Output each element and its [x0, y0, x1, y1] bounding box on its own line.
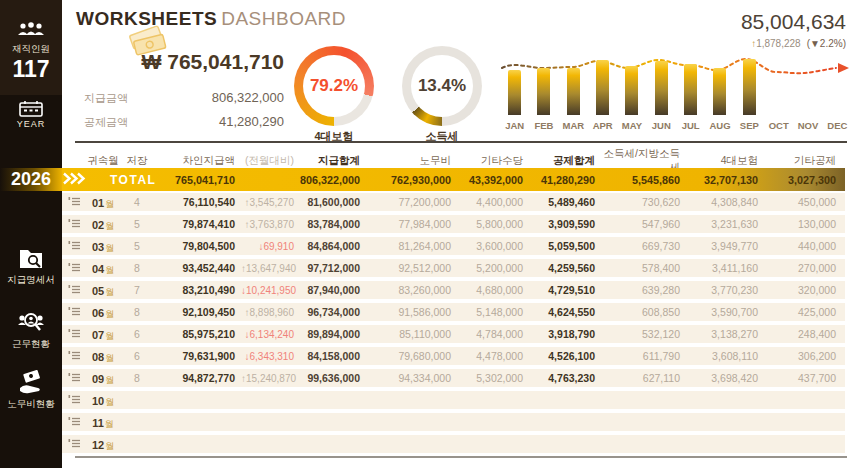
cell-labor: 85,110,000 — [366, 328, 457, 340]
month-label: JAN — [500, 120, 529, 131]
cell-delta: ↑8,898,960 — [241, 307, 300, 318]
gauge-ring: 79.2% — [294, 46, 374, 126]
table-row[interactable]: 12월 — [62, 435, 845, 453]
cell-delta: ↑3,545,270 — [241, 197, 300, 208]
year-selector[interactable]: 2026 — [0, 168, 62, 191]
bar-sep[interactable] — [743, 59, 756, 115]
table-row[interactable]: 10월 — [62, 391, 845, 409]
sidebar-item-labor-cost[interactable]: 노무비현황 — [0, 370, 62, 411]
cell-deduction: 5,489,460 — [529, 196, 601, 208]
cell-insurance: 3,411,160 — [686, 262, 764, 274]
cell-net: 85,975,210 — [154, 328, 241, 340]
row-menu-icon[interactable] — [68, 328, 81, 339]
employee-count-label: 재직인원 — [0, 43, 62, 56]
row-menu-icon[interactable] — [68, 240, 81, 251]
table-row[interactable]: 07월 6 85,975,210 ↓6,134,240 89,894,000 8… — [62, 325, 845, 343]
row-menu-icon[interactable] — [68, 416, 81, 427]
cell-save-count: 8 — [120, 262, 154, 274]
cell-etc-pay: 3,600,000 — [457, 240, 529, 252]
table-row[interactable]: 09월 8 94,872,770 ↑15,240,870 99,636,000 … — [62, 369, 845, 387]
cell-save-count: 8 — [120, 372, 154, 384]
cell-etc-pay: 5,148,000 — [457, 306, 529, 318]
col-header-insurance: 4대보험 — [686, 154, 764, 168]
table-row[interactable]: 01월 4 76,110,540 ↑3,545,270 81,600,000 7… — [62, 193, 845, 211]
cell-etc-deduction: 248,400 — [764, 328, 842, 340]
cell-etc-pay: 5,302,000 — [457, 372, 529, 384]
cell-delta: ↑13,647,940 — [241, 263, 300, 274]
bar-jan[interactable] — [508, 70, 521, 115]
cell-deduction: 3,918,790 — [529, 328, 601, 340]
folder-search-icon — [17, 246, 45, 272]
bar-mar[interactable] — [567, 68, 580, 115]
month-label: MAY — [617, 120, 646, 131]
deduction-amount-row: 공제금액 41,280,290 — [84, 114, 284, 130]
table-row[interactable]: 05월 7 83,210,490 ↓10,241,950 87,940,000 … — [62, 281, 845, 299]
bar-apr[interactable] — [596, 60, 609, 115]
total-pay: 806,322,000 — [300, 174, 366, 186]
table-row[interactable]: 03월 5 79,804,500 ↓69,910 84,864,000 81,2… — [62, 237, 845, 255]
bar-slot — [684, 64, 697, 115]
bar-feb[interactable] — [537, 68, 550, 115]
bar-slot — [625, 66, 638, 115]
bar-slot — [743, 59, 756, 115]
cell-deduction: 4,729,510 — [529, 284, 601, 296]
table-row[interactable]: 11월 — [62, 413, 845, 431]
row-menu-icon[interactable] — [68, 350, 81, 361]
pay-amount-value: 806,322,000 — [212, 90, 284, 105]
employee-count-widget: 재직인원 117 — [0, 22, 62, 82]
year-value: 2026 — [11, 169, 51, 190]
table-top-border — [75, 141, 847, 143]
row-menu-icon[interactable] — [68, 306, 81, 317]
cell-month: 02월 — [86, 215, 120, 233]
cell-net: 93,452,440 — [154, 262, 241, 274]
table-row[interactable]: 08월 6 79,631,900 ↓6,343,310 84,158,000 7… — [62, 347, 845, 365]
month-label: JUN — [647, 120, 676, 131]
table-row[interactable]: 04월 8 93,452,440 ↑13,647,940 97,712,000 … — [62, 259, 845, 277]
bar-aug[interactable] — [713, 68, 726, 115]
cell-etc-deduction: 450,000 — [764, 196, 842, 208]
row-menu-icon[interactable] — [68, 372, 81, 383]
cell-insurance: 3,590,700 — [686, 306, 764, 318]
cell-pay: 83,784,000 — [300, 218, 366, 230]
bar-jun[interactable] — [655, 61, 668, 115]
sidebar-item-work-status[interactable]: 근무현황 — [0, 310, 62, 351]
row-menu-icon[interactable] — [68, 284, 81, 295]
total-etc-pay: 43,392,000 — [457, 174, 529, 186]
row-menu-icon[interactable] — [68, 394, 81, 405]
col-header-labor: 노무비 — [366, 154, 457, 168]
row-menu-icon[interactable] — [68, 218, 81, 229]
cell-pay: 84,864,000 — [300, 240, 366, 252]
cell-month: 05월 — [86, 281, 120, 299]
row-menu-icon[interactable] — [68, 262, 81, 273]
net-pay-total: ₩ 765,041,710 — [92, 50, 284, 74]
cell-month: 11월 — [86, 413, 120, 431]
bar-slot — [508, 70, 521, 115]
month-label: APR — [588, 120, 617, 131]
table-total-row[interactable]: TOTAL 765,041,710 806,322,000 762,930,00… — [62, 168, 845, 191]
cell-net: 76,110,540 — [154, 196, 241, 208]
title-secondary: DASHBOARD — [221, 8, 346, 29]
cell-pay: 99,636,000 — [300, 372, 366, 384]
table-row[interactable]: 02월 5 79,874,410 ↑3,763,870 83,784,000 7… — [62, 215, 845, 233]
cell-labor: 91,586,000 — [366, 306, 457, 318]
cell-net: 79,804,500 — [154, 240, 241, 252]
col-header-deduction: 공제합계 — [529, 154, 601, 168]
row-menu-icon[interactable] — [68, 438, 81, 449]
month-label: SEP — [735, 120, 764, 131]
cell-insurance: 3,608,110 — [686, 350, 764, 362]
sidebar-item-pay-statement[interactable]: 지급명세서 — [0, 246, 62, 287]
cell-delta: ↓6,343,310 — [241, 351, 300, 362]
cell-pay: 81,600,000 — [300, 196, 366, 208]
pay-amount-row: 지급금액 806,322,000 — [84, 90, 284, 106]
row-menu-icon[interactable] — [68, 196, 81, 207]
gauge-value: 13.4% — [418, 76, 466, 96]
bar-slot — [713, 68, 726, 115]
bar-jul[interactable] — [684, 64, 697, 115]
table-row[interactable]: 06월 8 92,109,450 ↑8,898,960 96,734,000 9… — [62, 303, 845, 321]
money-hand-icon — [16, 370, 46, 396]
bar-slot — [655, 61, 668, 115]
bar-may[interactable] — [625, 66, 638, 115]
cell-month: 04월 — [86, 259, 120, 277]
cell-net: 83,210,490 — [154, 284, 241, 296]
year-widget: YEAR — [0, 100, 62, 129]
